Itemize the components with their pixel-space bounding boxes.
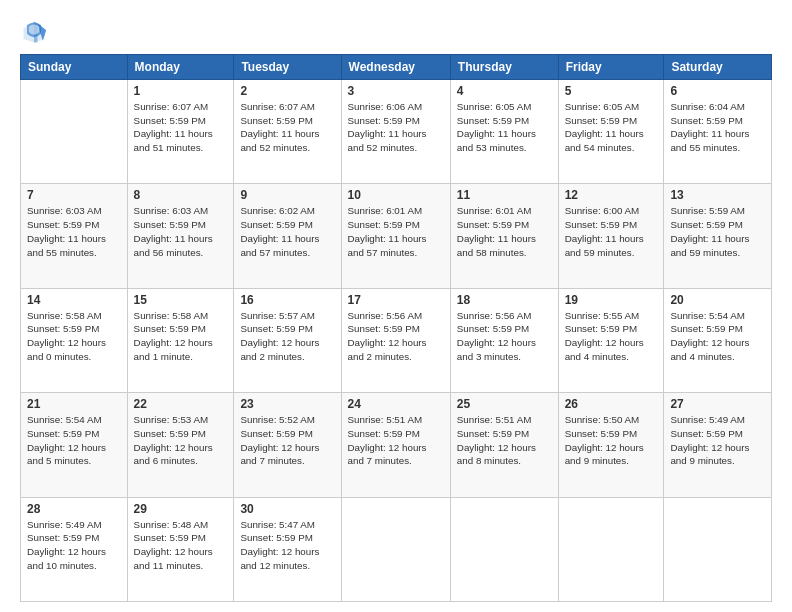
day-info: Sunrise: 5:53 AM Sunset: 5:59 PM Dayligh… — [134, 413, 228, 468]
week-row-2: 7Sunrise: 6:03 AM Sunset: 5:59 PM Daylig… — [21, 184, 772, 288]
day-cell: 28Sunrise: 5:49 AM Sunset: 5:59 PM Dayli… — [21, 497, 128, 601]
day-cell: 17Sunrise: 5:56 AM Sunset: 5:59 PM Dayli… — [341, 288, 450, 392]
day-number: 30 — [240, 502, 334, 516]
header-cell-tuesday: Tuesday — [234, 55, 341, 80]
day-number: 10 — [348, 188, 444, 202]
header-cell-monday: Monday — [127, 55, 234, 80]
day-cell: 19Sunrise: 5:55 AM Sunset: 5:59 PM Dayli… — [558, 288, 664, 392]
day-cell — [21, 80, 128, 184]
day-info: Sunrise: 5:51 AM Sunset: 5:59 PM Dayligh… — [348, 413, 444, 468]
day-cell: 26Sunrise: 5:50 AM Sunset: 5:59 PM Dayli… — [558, 393, 664, 497]
day-cell — [558, 497, 664, 601]
day-number: 2 — [240, 84, 334, 98]
day-info: Sunrise: 6:07 AM Sunset: 5:59 PM Dayligh… — [134, 100, 228, 155]
week-row-4: 21Sunrise: 5:54 AM Sunset: 5:59 PM Dayli… — [21, 393, 772, 497]
day-info: Sunrise: 6:00 AM Sunset: 5:59 PM Dayligh… — [565, 204, 658, 259]
day-cell: 20Sunrise: 5:54 AM Sunset: 5:59 PM Dayli… — [664, 288, 772, 392]
day-info: Sunrise: 5:54 AM Sunset: 5:59 PM Dayligh… — [27, 413, 121, 468]
day-cell: 15Sunrise: 5:58 AM Sunset: 5:59 PM Dayli… — [127, 288, 234, 392]
day-info: Sunrise: 6:03 AM Sunset: 5:59 PM Dayligh… — [27, 204, 121, 259]
day-number: 14 — [27, 293, 121, 307]
day-number: 22 — [134, 397, 228, 411]
day-cell: 13Sunrise: 5:59 AM Sunset: 5:59 PM Dayli… — [664, 184, 772, 288]
day-number: 1 — [134, 84, 228, 98]
day-number: 21 — [27, 397, 121, 411]
day-cell: 25Sunrise: 5:51 AM Sunset: 5:59 PM Dayli… — [450, 393, 558, 497]
day-number: 8 — [134, 188, 228, 202]
day-info: Sunrise: 5:58 AM Sunset: 5:59 PM Dayligh… — [134, 309, 228, 364]
day-info: Sunrise: 5:52 AM Sunset: 5:59 PM Dayligh… — [240, 413, 334, 468]
header-cell-saturday: Saturday — [664, 55, 772, 80]
day-number: 15 — [134, 293, 228, 307]
day-cell — [341, 497, 450, 601]
day-info: Sunrise: 5:51 AM Sunset: 5:59 PM Dayligh… — [457, 413, 552, 468]
day-number: 28 — [27, 502, 121, 516]
day-number: 25 — [457, 397, 552, 411]
day-info: Sunrise: 5:59 AM Sunset: 5:59 PM Dayligh… — [670, 204, 765, 259]
day-number: 20 — [670, 293, 765, 307]
day-cell: 27Sunrise: 5:49 AM Sunset: 5:59 PM Dayli… — [664, 393, 772, 497]
day-number: 4 — [457, 84, 552, 98]
day-info: Sunrise: 6:01 AM Sunset: 5:59 PM Dayligh… — [457, 204, 552, 259]
day-number: 18 — [457, 293, 552, 307]
day-info: Sunrise: 5:49 AM Sunset: 5:59 PM Dayligh… — [27, 518, 121, 573]
day-cell: 9Sunrise: 6:02 AM Sunset: 5:59 PM Daylig… — [234, 184, 341, 288]
logo — [20, 18, 52, 46]
day-number: 7 — [27, 188, 121, 202]
day-number: 26 — [565, 397, 658, 411]
day-cell: 23Sunrise: 5:52 AM Sunset: 5:59 PM Dayli… — [234, 393, 341, 497]
day-number: 11 — [457, 188, 552, 202]
day-number: 12 — [565, 188, 658, 202]
header-cell-thursday: Thursday — [450, 55, 558, 80]
day-info: Sunrise: 6:05 AM Sunset: 5:59 PM Dayligh… — [565, 100, 658, 155]
day-info: Sunrise: 5:50 AM Sunset: 5:59 PM Dayligh… — [565, 413, 658, 468]
day-info: Sunrise: 5:57 AM Sunset: 5:59 PM Dayligh… — [240, 309, 334, 364]
day-info: Sunrise: 6:06 AM Sunset: 5:59 PM Dayligh… — [348, 100, 444, 155]
day-number: 19 — [565, 293, 658, 307]
day-number: 16 — [240, 293, 334, 307]
day-cell: 2Sunrise: 6:07 AM Sunset: 5:59 PM Daylig… — [234, 80, 341, 184]
day-info: Sunrise: 5:54 AM Sunset: 5:59 PM Dayligh… — [670, 309, 765, 364]
day-cell: 5Sunrise: 6:05 AM Sunset: 5:59 PM Daylig… — [558, 80, 664, 184]
day-cell: 4Sunrise: 6:05 AM Sunset: 5:59 PM Daylig… — [450, 80, 558, 184]
day-number: 5 — [565, 84, 658, 98]
day-cell: 1Sunrise: 6:07 AM Sunset: 5:59 PM Daylig… — [127, 80, 234, 184]
day-cell: 12Sunrise: 6:00 AM Sunset: 5:59 PM Dayli… — [558, 184, 664, 288]
header-cell-wednesday: Wednesday — [341, 55, 450, 80]
day-info: Sunrise: 6:03 AM Sunset: 5:59 PM Dayligh… — [134, 204, 228, 259]
day-info: Sunrise: 6:07 AM Sunset: 5:59 PM Dayligh… — [240, 100, 334, 155]
day-cell — [664, 497, 772, 601]
day-number: 17 — [348, 293, 444, 307]
day-info: Sunrise: 5:56 AM Sunset: 5:59 PM Dayligh… — [348, 309, 444, 364]
day-cell: 7Sunrise: 6:03 AM Sunset: 5:59 PM Daylig… — [21, 184, 128, 288]
day-cell: 21Sunrise: 5:54 AM Sunset: 5:59 PM Dayli… — [21, 393, 128, 497]
day-number: 3 — [348, 84, 444, 98]
day-info: Sunrise: 6:02 AM Sunset: 5:59 PM Dayligh… — [240, 204, 334, 259]
day-cell: 8Sunrise: 6:03 AM Sunset: 5:59 PM Daylig… — [127, 184, 234, 288]
day-info: Sunrise: 5:47 AM Sunset: 5:59 PM Dayligh… — [240, 518, 334, 573]
day-cell: 24Sunrise: 5:51 AM Sunset: 5:59 PM Dayli… — [341, 393, 450, 497]
week-row-3: 14Sunrise: 5:58 AM Sunset: 5:59 PM Dayli… — [21, 288, 772, 392]
day-info: Sunrise: 5:48 AM Sunset: 5:59 PM Dayligh… — [134, 518, 228, 573]
day-cell: 6Sunrise: 6:04 AM Sunset: 5:59 PM Daylig… — [664, 80, 772, 184]
day-number: 9 — [240, 188, 334, 202]
week-row-1: 1Sunrise: 6:07 AM Sunset: 5:59 PM Daylig… — [21, 80, 772, 184]
day-cell: 30Sunrise: 5:47 AM Sunset: 5:59 PM Dayli… — [234, 497, 341, 601]
day-info: Sunrise: 6:01 AM Sunset: 5:59 PM Dayligh… — [348, 204, 444, 259]
day-info: Sunrise: 5:55 AM Sunset: 5:59 PM Dayligh… — [565, 309, 658, 364]
day-number: 6 — [670, 84, 765, 98]
day-number: 13 — [670, 188, 765, 202]
day-number: 27 — [670, 397, 765, 411]
logo-icon — [20, 18, 48, 46]
week-row-5: 28Sunrise: 5:49 AM Sunset: 5:59 PM Dayli… — [21, 497, 772, 601]
header-row: SundayMondayTuesdayWednesdayThursdayFrid… — [21, 55, 772, 80]
header-cell-sunday: Sunday — [21, 55, 128, 80]
day-cell: 14Sunrise: 5:58 AM Sunset: 5:59 PM Dayli… — [21, 288, 128, 392]
header-cell-friday: Friday — [558, 55, 664, 80]
day-cell: 29Sunrise: 5:48 AM Sunset: 5:59 PM Dayli… — [127, 497, 234, 601]
day-cell: 16Sunrise: 5:57 AM Sunset: 5:59 PM Dayli… — [234, 288, 341, 392]
day-number: 24 — [348, 397, 444, 411]
calendar-page: SundayMondayTuesdayWednesdayThursdayFrid… — [0, 0, 792, 612]
day-cell — [450, 497, 558, 601]
day-cell: 22Sunrise: 5:53 AM Sunset: 5:59 PM Dayli… — [127, 393, 234, 497]
